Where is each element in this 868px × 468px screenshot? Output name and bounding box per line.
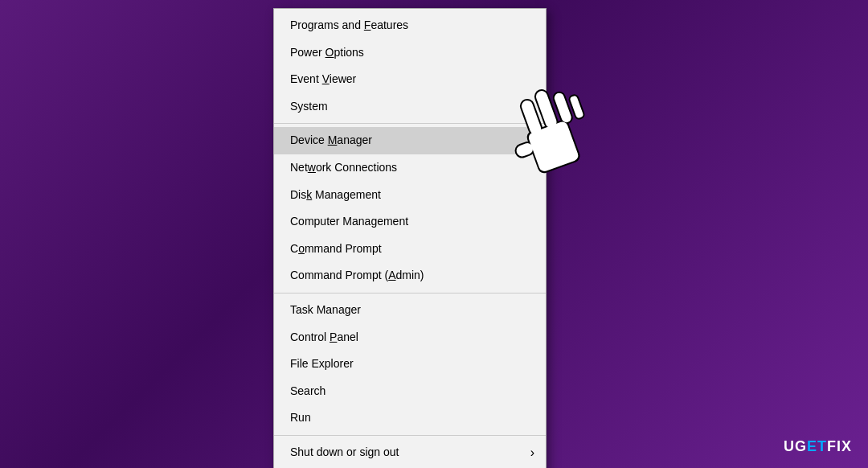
logo-ug: UG (784, 438, 807, 454)
menu-item-search[interactable]: Search (274, 378, 546, 405)
menu-item-computer-management[interactable]: Computer Management (274, 208, 546, 236)
menu-item-programs-features[interactable]: Programs and Features (274, 12, 546, 39)
menu-section-4: Shut down or sign out Desktop (274, 436, 546, 468)
logo-et: ET (807, 438, 827, 454)
menu-item-device-manager[interactable]: Device Manager (274, 127, 546, 154)
menu-item-file-explorer[interactable]: File Explorer (274, 351, 546, 378)
menu-item-system[interactable]: System (274, 93, 546, 121)
menu-item-event-viewer[interactable]: Event Viewer (274, 66, 546, 93)
ugetfix-logo: UGETFIX (784, 438, 852, 455)
menu-item-run[interactable]: Run (274, 404, 546, 432)
menu-item-command-prompt-admin[interactable]: Command Prompt (Admin) (274, 262, 546, 289)
menu-item-task-manager[interactable]: Task Manager (274, 297, 546, 324)
menu-item-network-connections[interactable]: Network Connections (274, 154, 546, 182)
logo-fix: FIX (827, 438, 852, 454)
context-menu: Programs and Features Power Options Even… (273, 8, 547, 468)
svg-rect-4 (551, 89, 575, 125)
menu-item-shut-down[interactable]: Shut down or sign out (274, 439, 546, 466)
menu-item-control-panel[interactable]: Control Panel (274, 324, 546, 351)
menu-item-power-options[interactable]: Power Options (274, 39, 546, 67)
svg-rect-11 (569, 95, 583, 118)
svg-rect-10 (553, 92, 572, 124)
menu-section-3: Task Manager Control Panel File Explorer… (274, 294, 546, 436)
svg-rect-5 (567, 93, 586, 121)
menu-item-disk-management[interactable]: Disk Management (274, 182, 546, 209)
menu-section-1: Programs and Features Power Options Even… (274, 9, 546, 124)
menu-section-2: Device Manager Network Connections Disk … (274, 124, 546, 294)
menu-item-command-prompt[interactable]: Command Prompt (274, 236, 546, 263)
